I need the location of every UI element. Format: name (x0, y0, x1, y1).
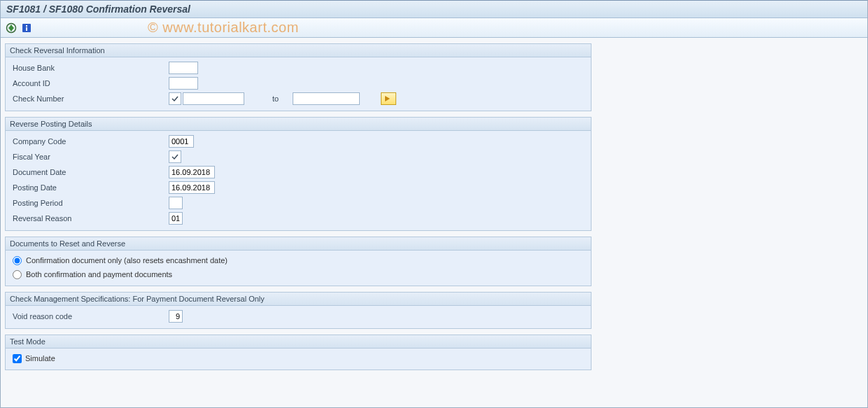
radio-both-documents[interactable]: Both confirmation and payment documents (11, 267, 585, 281)
group-test-mode: Test Mode Simulate (5, 335, 592, 370)
void-reason-input[interactable] (169, 310, 183, 323)
info-icon[interactable] (20, 22, 33, 34)
company-code-input[interactable] (169, 135, 194, 148)
fiscal-year-input[interactable] (181, 150, 186, 163)
group-check-management-header: Check Management Specifications: For Pay… (6, 293, 591, 306)
page-title: SF1081 / SF1080 Confirmation Reversal (6, 3, 190, 15)
posting-period-input[interactable] (169, 197, 183, 209)
void-reason-label: Void reason code (11, 312, 169, 321)
svg-marker-2 (8, 27, 14, 31)
title-bar: SF1081 / SF1080 Confirmation Reversal (1, 1, 867, 18)
posting-period-label: Posting Period (11, 199, 169, 207)
reversal-reason-input[interactable] (169, 212, 183, 225)
simulate-checkbox[interactable] (13, 354, 22, 363)
account-id-input[interactable] (169, 77, 198, 90)
house-bank-input[interactable] (169, 62, 198, 74)
svg-rect-5 (26, 27, 27, 31)
group-reverse-posting: Reverse Posting Details Company Code Fis… (5, 117, 592, 231)
reversal-reason-label: Reversal Reason (11, 214, 169, 223)
fiscal-year-label: Fiscal Year (11, 153, 169, 161)
svg-rect-4 (26, 25, 27, 27)
group-check-management: Check Management Specifications: For Pay… (5, 292, 592, 329)
group-documents-reset: Documents to Reset and Reverse Confirmat… (5, 237, 592, 286)
document-date-label: Document Date (11, 168, 169, 176)
svg-marker-6 (385, 96, 390, 101)
radio-confirmation-only-input[interactable] (13, 256, 22, 265)
house-bank-label: House Bank (11, 64, 169, 72)
to-label: to (272, 94, 279, 103)
check-number-from-input[interactable] (183, 92, 244, 105)
simulate-checkbox-row[interactable]: Simulate (11, 351, 585, 365)
toolbar: © www.tutorialkart.com (1, 18, 867, 38)
group-check-reversal-header: Check Reversal Information (6, 44, 591, 57)
simulate-label: Simulate (25, 354, 55, 363)
document-date-input[interactable] (169, 166, 215, 178)
radio-confirmation-only-label: Confirmation document only (also resets … (26, 256, 227, 265)
fiscal-year-required-icon (169, 150, 181, 163)
posting-date-label: Posting Date (11, 183, 169, 192)
check-number-label: Check Number (11, 94, 169, 103)
group-test-mode-header: Test Mode (6, 335, 591, 349)
group-check-reversal: Check Reversal Information House Bank Ac… (5, 43, 592, 111)
execute-icon[interactable] (5, 22, 18, 34)
posting-date-input[interactable] (169, 181, 215, 194)
account-id-label: Account ID (11, 79, 169, 87)
check-number-required-icon (169, 92, 181, 105)
check-number-to-input[interactable] (293, 92, 360, 105)
window: SF1081 / SF1080 Confirmation Reversal © … (0, 0, 868, 408)
radio-confirmation-only[interactable]: Confirmation document only (also resets … (11, 253, 585, 267)
radio-both-documents-input[interactable] (13, 270, 22, 279)
multiple-selection-button[interactable] (381, 92, 396, 105)
watermark-text: © www.tutorialkart.com (148, 20, 299, 36)
content: Check Reversal Information House Bank Ac… (1, 38, 867, 376)
group-reverse-posting-header: Reverse Posting Details (6, 118, 591, 131)
group-documents-reset-header: Documents to Reset and Reverse (6, 237, 591, 251)
radio-both-documents-label: Both confirmation and payment documents (26, 270, 172, 279)
company-code-label: Company Code (11, 137, 169, 146)
